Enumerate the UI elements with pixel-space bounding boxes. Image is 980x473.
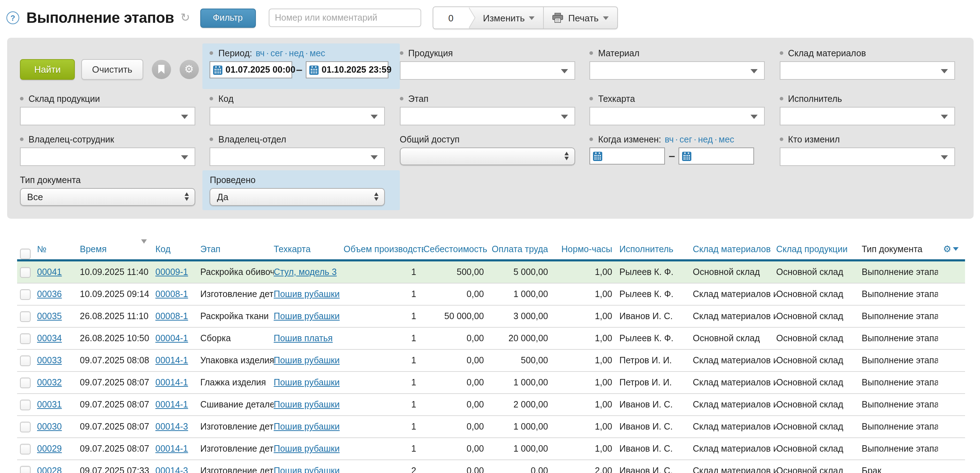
techcard-link[interactable]: Стул, модель 3	[274, 267, 337, 277]
owner-employee-combobox[interactable]	[20, 148, 195, 166]
row-checkbox[interactable]	[20, 377, 31, 388]
cell-techcard: Пошив рубашки	[274, 394, 344, 416]
row-checkbox[interactable]	[20, 421, 31, 432]
column-header-performer[interactable]: Исполнитель	[619, 239, 693, 260]
material-combobox[interactable]	[589, 61, 765, 80]
number-link[interactable]: 00034	[37, 333, 62, 343]
column-header-labor[interactable]: Оплата труда	[491, 239, 555, 260]
material-store-combobox[interactable]	[780, 61, 955, 80]
row-checkbox[interactable]	[20, 311, 31, 322]
cell-product_store: Основной склад	[776, 305, 862, 327]
techcard-link[interactable]: Пошив рубашки	[274, 444, 340, 454]
filter-settings-button[interactable]: ⚙	[179, 59, 199, 79]
search-input[interactable]	[268, 8, 421, 27]
column-header-number[interactable]: №	[37, 239, 80, 260]
number-link[interactable]: 00035	[37, 311, 62, 321]
techcard-link[interactable]: Пошив рубашки	[274, 400, 340, 410]
cell-number: 00041	[37, 260, 80, 283]
help-icon[interactable]: ?	[6, 11, 19, 24]
row-checkbox[interactable]	[20, 355, 31, 366]
techcard-link[interactable]: Пошив рубашки	[274, 289, 340, 299]
row-checkbox[interactable]	[20, 465, 31, 473]
period-to-input[interactable]: 01.10.2025 23:59	[306, 61, 389, 78]
column-header-doc_type[interactable]: Тип документа	[862, 239, 938, 260]
code-link[interactable]: 00004-1	[155, 333, 188, 343]
number-link[interactable]: 00030	[37, 422, 62, 432]
column-header-product_store[interactable]: Склад продукции	[776, 239, 862, 260]
row-checkbox[interactable]	[20, 289, 31, 300]
when-changed-shortcut-today[interactable]: сег	[679, 134, 692, 144]
when-changed-from-input[interactable]	[589, 148, 665, 165]
print-button[interactable]: Печать	[544, 7, 617, 29]
period-from-input[interactable]: 01.07.2025 00:00	[210, 61, 293, 78]
column-header-stage[interactable]: Этап	[200, 239, 274, 260]
column-header-code[interactable]: Код	[155, 239, 200, 260]
column-header-hours[interactable]: Нормо-часы	[555, 239, 619, 260]
column-header-volume[interactable]: Объем производства	[344, 239, 423, 260]
period-shortcut-week[interactable]: нед	[289, 48, 304, 58]
code-link[interactable]: 00008-1	[155, 289, 188, 299]
cell-stage: Сборка	[200, 327, 274, 349]
column-header-material_store[interactable]: Склад материалов	[693, 239, 776, 260]
column-header-techcard[interactable]: Техкарта	[274, 239, 344, 260]
column-header-time[interactable]: Время	[80, 239, 155, 260]
cell-volume: 1	[344, 394, 423, 416]
period-shortcut-today[interactable]: сег	[270, 48, 283, 58]
who-changed-combobox[interactable]	[780, 148, 955, 166]
number-link[interactable]: 00041	[37, 267, 62, 277]
code-link[interactable]: 00014-1	[155, 444, 188, 454]
row-checkbox[interactable]	[20, 443, 31, 454]
refresh-icon[interactable]: ↻	[180, 12, 190, 24]
performer-combobox[interactable]	[780, 107, 955, 125]
edit-button[interactable]: Изменить	[469, 7, 543, 29]
when-changed-shortcut-yesterday[interactable]: вч	[665, 134, 673, 144]
code-link[interactable]: 00014-1	[155, 378, 188, 387]
period-shortcut-yesterday[interactable]: вч	[256, 48, 264, 58]
techcard-link[interactable]: Пошив рубашки	[274, 356, 340, 365]
filter-button[interactable]: Фильтр	[200, 8, 256, 27]
code-combobox[interactable]	[210, 107, 385, 125]
period-shortcut-month[interactable]: мес	[310, 48, 325, 58]
code-link[interactable]: 00014-1	[155, 356, 188, 365]
code-link[interactable]: 00014-3	[155, 422, 188, 432]
posted-select[interactable]: Да	[210, 188, 385, 206]
number-link[interactable]: 00033	[37, 356, 62, 365]
when-changed-shortcut-month[interactable]: мес	[719, 134, 735, 144]
doc-type-select[interactable]: Все	[20, 188, 195, 206]
number-link[interactable]: 00036	[37, 289, 62, 299]
select-all-checkbox[interactable]	[20, 249, 31, 259]
techcard-link[interactable]: Пошив рубашки	[274, 466, 340, 473]
row-checkbox[interactable]	[20, 267, 31, 278]
number-link[interactable]: 00032	[37, 378, 62, 387]
techcard-link[interactable]: Пошив рубашки	[274, 422, 340, 432]
number-link[interactable]: 00028	[37, 466, 62, 473]
save-filter-button[interactable]	[151, 59, 171, 79]
stage-combobox[interactable]	[400, 107, 575, 125]
column-settings-cell[interactable]: ⚙	[938, 239, 965, 260]
separator-dot: ·	[714, 134, 717, 144]
when-changed-to-input[interactable]	[679, 148, 754, 165]
column-header-cost[interactable]: Себестоимость	[423, 239, 491, 260]
code-link[interactable]: 00009-1	[155, 267, 188, 277]
product-combobox[interactable]	[400, 61, 575, 80]
clear-button[interactable]: Очистить	[81, 59, 143, 79]
techcard-link[interactable]: Пошив рубашки	[274, 311, 340, 321]
techcard-combobox[interactable]	[589, 107, 765, 125]
table-row: 0002909.07.2025 08:0700014-1Изготовление…	[17, 438, 965, 460]
product-store-combobox[interactable]	[20, 107, 195, 125]
cell-techcard: Пошив рубашки	[274, 305, 344, 327]
when-changed-shortcut-week[interactable]: нед	[698, 134, 713, 144]
code-link[interactable]: 00014-1	[155, 400, 188, 410]
find-button[interactable]: Найти	[20, 59, 75, 79]
row-checkbox[interactable]	[20, 399, 31, 410]
techcard-link[interactable]: Пошив рубашки	[274, 378, 340, 387]
techcard-link[interactable]: Пошив платья	[274, 333, 333, 343]
code-link[interactable]: 00008-1	[155, 311, 188, 321]
shared-access-select[interactable]	[400, 148, 575, 165]
code-link[interactable]: 00014-3	[155, 466, 188, 473]
row-checkbox[interactable]	[20, 333, 31, 344]
gear-icon: ⚙	[184, 64, 194, 75]
number-link[interactable]: 00031	[37, 400, 62, 410]
owner-department-combobox[interactable]	[210, 148, 385, 166]
number-link[interactable]: 00029	[37, 444, 62, 454]
